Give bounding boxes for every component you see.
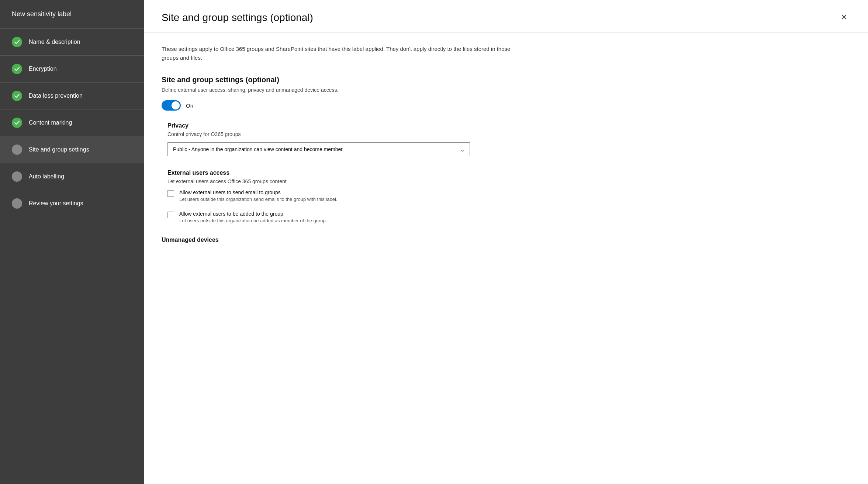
step-icon-name-description <box>12 37 22 47</box>
checkbox-allow-email[interactable] <box>167 190 174 197</box>
sidebar: New sensitivity label Name & description… <box>0 0 144 484</box>
sidebar-item-site-group-settings[interactable]: Site and group settings <box>0 136 144 163</box>
sidebar-label-site-group-settings: Site and group settings <box>29 146 89 153</box>
step-icon-site-group-settings <box>12 144 22 155</box>
sidebar-label-auto-labelling: Auto labelling <box>29 173 64 180</box>
privacy-desc: Control privacy for O365 groups <box>167 131 850 137</box>
external-users-section: External users access Let external users… <box>162 170 850 223</box>
description-text: These settings apply to Office 365 group… <box>162 45 516 62</box>
main-title: Site and group settings (optional) <box>162 12 313 24</box>
step-icon-encryption <box>12 64 22 74</box>
sidebar-item-encryption[interactable]: Encryption <box>0 56 144 83</box>
close-button[interactable]: ✕ <box>838 12 850 23</box>
checkbox-desc-allow-email: Let users outside this organization send… <box>179 196 338 202</box>
sidebar-label-name-description: Name & description <box>29 39 80 45</box>
privacy-dropdown[interactable]: Public - Anyone in the organization can … <box>167 142 470 156</box>
checkbox-text-allow-add: Allow external users to be added to the … <box>179 211 327 223</box>
sidebar-label-encryption: Encryption <box>29 66 57 72</box>
step-icon-data-loss-prevention <box>12 91 22 101</box>
settings-toggle[interactable] <box>162 100 181 111</box>
svg-point-2 <box>15 202 19 205</box>
main-body: These settings apply to Office 365 group… <box>144 33 868 484</box>
privacy-section: Privacy Control privacy for O365 groups … <box>162 122 850 156</box>
sidebar-item-review-settings[interactable]: Review your settings <box>0 190 144 217</box>
sidebar-item-auto-labelling[interactable]: Auto labelling <box>0 163 144 190</box>
step-icon-review-settings <box>12 198 22 209</box>
privacy-dropdown-wrapper: Public - Anyone in the organization can … <box>167 142 470 156</box>
toggle-row: On <box>162 100 850 111</box>
svg-point-1 <box>15 175 19 178</box>
sidebar-item-name-description[interactable]: Name & description <box>0 29 144 56</box>
toggle-label: On <box>186 102 193 109</box>
checkbox-label-allow-add: Allow external users to be added to the … <box>179 211 327 217</box>
external-users-title: External users access <box>167 170 850 176</box>
checkbox-item-allow-email: Allow external users to send email to gr… <box>167 189 850 202</box>
sidebar-item-data-loss-prevention[interactable]: Data loss prevention <box>0 83 144 109</box>
sidebar-label-review-settings: Review your settings <box>29 200 83 207</box>
unmanaged-devices-title: Unmanaged devices <box>162 237 850 243</box>
step-icon-content-marking <box>12 118 22 128</box>
checkbox-item-allow-add: Allow external users to be added to the … <box>167 211 850 223</box>
checkbox-text-allow-email: Allow external users to send email to gr… <box>179 189 338 202</box>
checkbox-label-allow-email: Allow external users to send email to gr… <box>179 189 338 195</box>
main-content: Site and group settings (optional) ✕ The… <box>144 0 868 484</box>
sidebar-item-content-marking[interactable]: Content marking <box>0 109 144 136</box>
svg-point-0 <box>15 148 19 152</box>
privacy-title: Privacy <box>167 122 850 129</box>
section-subtitle: Site and group settings (optional) <box>162 76 850 84</box>
section-description: Define external user access, sharing, pr… <box>162 87 850 93</box>
checkbox-desc-allow-add: Let users outside this organization be a… <box>179 218 327 223</box>
sidebar-title: New sensitivity label <box>0 0 144 29</box>
sidebar-label-content-marking: Content marking <box>29 119 72 126</box>
main-header: Site and group settings (optional) ✕ <box>144 0 868 33</box>
checkbox-allow-add[interactable] <box>167 212 174 218</box>
step-icon-auto-labelling <box>12 171 22 182</box>
sidebar-label-data-loss-prevention: Data loss prevention <box>29 93 83 99</box>
external-users-desc: Let external users access Office 365 gro… <box>167 178 850 184</box>
